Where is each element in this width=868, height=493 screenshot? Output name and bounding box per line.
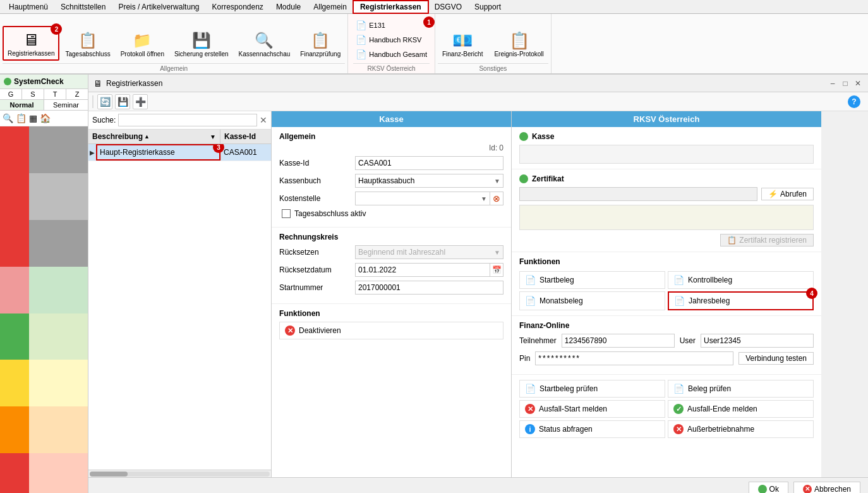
tab-z[interactable]: Z <box>66 89 88 99</box>
rksv-zert-input[interactable] <box>519 187 757 201</box>
tab-g[interactable]: G <box>0 89 22 99</box>
beleg-pruefen-button[interactable]: 📄 Beleg prüfen <box>668 380 814 398</box>
mode-tab-seminar[interactable]: Seminar <box>44 100 88 110</box>
menu-korrespondenz[interactable]: Korrespondenz <box>205 1 269 13</box>
ribbon-btn-kassennachschau[interactable]: 🔍 Kassennachschau <box>234 27 295 61</box>
search-clear-icon[interactable]: ✕ <box>260 115 267 125</box>
tab-t[interactable]: T <box>44 89 66 99</box>
rechnungskreis-title: Rechnungskreis <box>279 233 503 241</box>
form-value-kassenbuch[interactable]: Hauptkassabuch ▼ <box>355 174 503 188</box>
form-value-ruecksetzdatum[interactable]: 01.01.2022 <box>355 263 490 277</box>
form-label-startnummer: Startnummer <box>279 283 355 292</box>
clear-icon: ⊗ <box>493 193 500 204</box>
refresh-button[interactable]: 🔄 <box>97 94 112 109</box>
menu-support[interactable]: Support <box>468 1 507 13</box>
user-value[interactable]: User12345 <box>701 334 814 348</box>
list-body: ▶ Haupt-Registrierkasse 3 CASA001 <box>88 144 271 470</box>
menu-registrierkassen[interactable]: Registrierkassen <box>353 1 428 13</box>
deaktivieren-button[interactable]: ✕ Deaktivieren <box>279 322 503 339</box>
kasse-funktionen-title: Funktionen <box>279 309 503 318</box>
zertifakt-register-label: Zertifakt registrieren <box>739 236 807 245</box>
add-button[interactable]: ➕ <box>133 94 148 109</box>
user-label: User <box>680 336 696 345</box>
ausserbetriebnahme-button[interactable]: ✕ Außerbetriebnahme <box>668 420 814 438</box>
search-input[interactable] <box>118 114 257 126</box>
ribbon-group-rksv-label: RKSV Österreich <box>353 63 430 73</box>
finanzpruefung-icon: 📋 <box>310 30 330 51</box>
rechnungskreis-section: Rechnungskreis Rücksetzen Beginnend mit … <box>272 228 511 304</box>
close-button[interactable]: ✕ <box>853 78 863 88</box>
finanz-row-teilnehmer: Teilnehmer 1234567890 User User12345 <box>519 334 814 348</box>
filter-icon[interactable]: ▼ <box>210 133 216 140</box>
ribbon-btn-registrierkassen[interactable]: 🖥 Registrierkassen 2 <box>3 26 59 61</box>
abrufen-button[interactable]: ⚡ Abrufen <box>761 188 814 200</box>
ribbon-btn-finanzpruefung[interactable]: 📋 Finanzprüfung <box>296 27 345 61</box>
form-label-ruecksetzdatum: Rücksetzdatum <box>279 265 355 274</box>
ausfall-ende-button[interactable]: ✓ Ausfall-Ende melden <box>668 400 814 418</box>
monatsbeleg-button[interactable]: 📄 Monatsbeleg <box>519 291 665 310</box>
search-icon[interactable]: 🔍 <box>3 113 13 123</box>
save-button[interactable]: 💾 <box>115 94 130 109</box>
form-value-kasseid: CASA001 <box>355 156 503 170</box>
abbrechen-button[interactable]: ✕ Abbrechen <box>793 482 860 494</box>
beleg-pruefen-doc-icon: 📄 <box>673 384 684 394</box>
ribbon-btn-tagesabschluss[interactable]: 📋 Tagesabschluss <box>61 27 114 61</box>
form-value-kostenstelle[interactable]: ▼ <box>355 192 490 205</box>
pin-value[interactable]: ********** <box>535 351 733 365</box>
ribbon-rksv-handbuch-rksv[interactable]: 📄 Handbuch RKSV <box>353 33 430 46</box>
calendar-button[interactable]: 📅 <box>490 263 503 277</box>
ok-button[interactable]: Ok <box>749 482 788 494</box>
jahresbeleg-button[interactable]: 📄 Jahresbeleg 4 <box>668 291 814 310</box>
window-title-bar: 🖥 Registrierkassen – □ ✕ <box>88 75 868 92</box>
list-icon[interactable]: 📋 <box>16 113 27 123</box>
ribbon-btn-protokoll[interactable]: 📁 Protokoll öffnen <box>116 27 169 61</box>
menu-hauptmenu[interactable]: Hauptmenü <box>3 1 54 13</box>
minimize-button[interactable]: – <box>828 78 838 88</box>
tab-s[interactable]: S <box>22 89 44 99</box>
rksv-funktionen-section: Funktionen 📄 Startbeleg 📄 Kontrollbeleg … <box>512 252 821 316</box>
menu-schnittstellen[interactable]: Schnittstellen <box>54 1 112 13</box>
mode-tab-normal[interactable]: Normal <box>0 100 44 110</box>
menu-preis[interactable]: Preis / Artikelverwaltung <box>112 1 205 13</box>
scrollbar-thumb[interactable] <box>90 472 128 477</box>
ribbon-btn-finanz-bericht[interactable]: 💶 Finanz-Bericht <box>438 27 487 61</box>
grid-icon[interactable]: ▦ <box>29 113 37 123</box>
home-icon[interactable]: 🏠 <box>40 113 51 123</box>
finanz-row-pin: Pin ********** Verbindung testen <box>519 351 814 365</box>
rksv-panel-header: RKSV Österreich <box>512 111 821 127</box>
startbeleg-button[interactable]: 📄 Startbeleg <box>519 271 665 289</box>
kostenstelle-clear-btn[interactable]: ⊗ <box>490 192 503 205</box>
kontrollbeleg-button[interactable]: 📄 Kontrollbeleg <box>668 271 814 289</box>
list-row[interactable]: ▶ Haupt-Registrierkasse 3 CASA001 <box>88 144 271 161</box>
main-window: 🖥 Registrierkassen – □ ✕ 🔄 💾 ➕ ? Suche <box>88 75 868 493</box>
list-scrollbar[interactable] <box>88 470 271 477</box>
form-row-kostenstelle: Kostenstelle ▼ ⊗ <box>279 192 503 205</box>
kontrollbeleg-label: Kontrollbeleg <box>688 276 732 284</box>
menu-allgemein[interactable]: Allgemein <box>307 1 353 13</box>
jahresbeleg-label: Jahresbeleg <box>689 296 730 305</box>
systemcheck-tabs: G S T Z <box>0 89 88 100</box>
ribbon-btn-sicherung[interactable]: 💾 Sicherung erstellen <box>170 27 233 61</box>
help-button[interactable]: ? <box>848 95 860 108</box>
menu-dsgvo[interactable]: DSGVO <box>428 1 468 13</box>
form-label-kassenbuch: Kassenbuch <box>279 176 355 185</box>
ribbon-rksv-e131[interactable]: 📄 E131 1 <box>353 19 430 32</box>
verbindung-testen-button[interactable]: Verbindung testen <box>738 352 814 365</box>
form-label-ruecksetzen: Rücksetzen <box>279 248 355 257</box>
ribbon-rksv-handbuch-gesamt[interactable]: 📄 Handbuch Gesamt <box>353 48 430 61</box>
startbeleg-pruefen-button[interactable]: 📄 Startbeleg prüfen <box>519 380 665 398</box>
status-abfragen-button[interactable]: i Status abfragen <box>519 420 665 438</box>
maximize-button[interactable]: □ <box>840 78 850 88</box>
ausfall-start-button[interactable]: ✕ Ausfall-Start melden <box>519 400 665 418</box>
funktionen-grid: 📄 Startbeleg 📄 Kontrollbeleg 📄 Monatsbel… <box>519 271 814 310</box>
zertifakt-register-button[interactable]: 📋 Zertifakt registrieren <box>720 234 814 246</box>
tagesabschluss-checkbox[interactable] <box>282 209 291 218</box>
ausserbetriebnahme-icon: ✕ <box>673 424 684 434</box>
teilnehmer-value[interactable]: 1234567890 <box>562 334 675 348</box>
ribbon-btn-ereignis-protokoll[interactable]: 📋 Ereignis-Protokoll <box>490 27 548 61</box>
form-value-startnummer[interactable]: 2017000001 <box>355 281 503 295</box>
kasse-panel-header: Kasse <box>272 111 511 127</box>
rksv-panel: RKSV Österreich Kasse Zertifikat <box>512 111 821 477</box>
menu-module[interactable]: Module <box>270 1 307 13</box>
kasse-funktionen-section: Funktionen ✕ Deaktivieren <box>272 304 511 344</box>
